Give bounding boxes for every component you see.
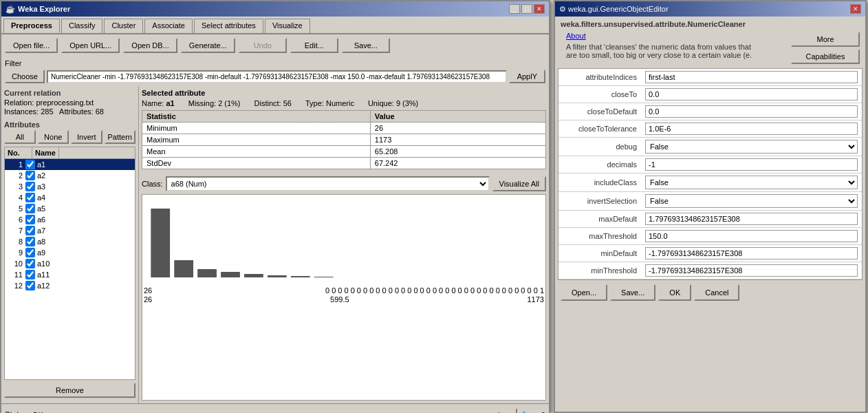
save-button[interactable]: Save... <box>342 38 390 53</box>
attr-unique-label: Unique: 9 (3%) <box>368 99 418 107</box>
param-label: maxThreshold <box>558 228 641 245</box>
editor-close-button[interactable]: ✕ <box>850 4 861 14</box>
visualize-all-button[interactable]: Visualize All <box>492 176 547 191</box>
log-count: x 0 <box>535 411 545 414</box>
attr-list-item[interactable]: 9 a9 <box>5 247 135 258</box>
param-input[interactable] <box>645 88 858 100</box>
svg-rect-1 <box>174 260 193 277</box>
attr-list-item[interactable]: 4 a4 <box>5 192 135 203</box>
param-input[interactable] <box>645 247 858 260</box>
param-input[interactable] <box>645 213 858 225</box>
chart-labels: 26 0 0 0 0 0 0 0 0 0 0 0 0 0 0 0 0 0 0 0… <box>142 286 545 295</box>
pattern-button[interactable]: Pattern <box>105 130 136 144</box>
remove-button[interactable]: Remove <box>4 383 135 398</box>
param-select[interactable]: FalseTrue <box>645 176 858 189</box>
param-input[interactable] <box>645 264 858 277</box>
tab-associate[interactable]: Associate <box>144 19 193 33</box>
attr-list-item[interactable]: 10 a10 <box>5 258 135 269</box>
param-value-cell <box>641 156 862 173</box>
param-input[interactable] <box>645 105 858 118</box>
open-db-button[interactable]: Open DB... <box>123 38 177 53</box>
maximize-button[interactable]: □ <box>521 4 532 14</box>
param-value-cell <box>641 120 862 138</box>
status-value: OK <box>32 411 43 414</box>
tab-preprocess[interactable]: Preprocess <box>3 19 60 33</box>
undo-button[interactable]: Undo <box>239 38 287 53</box>
save-params-button[interactable]: Save... <box>610 284 655 301</box>
param-input[interactable] <box>645 158 858 171</box>
attr-list-item[interactable]: 6 a6 <box>5 214 135 225</box>
open-url-button[interactable]: Open URL... <box>61 38 120 53</box>
attr-list-item[interactable]: 8 a8 <box>5 236 135 247</box>
generate-button[interactable]: Generate... <box>181 38 235 53</box>
editor-about-desc: About A filter that 'cleanses' the numer… <box>561 32 767 62</box>
open-file-button[interactable]: Open file... <box>5 38 58 53</box>
stat-row-maximum: Maximum1173 <box>142 134 546 146</box>
cancel-button[interactable]: Cancel <box>694 284 739 301</box>
selected-attr-section: Selected attribute Name: a1 Missing: 2 (… <box>142 89 546 172</box>
right-panel: Selected attribute Name: a1 Missing: 2 (… <box>139 86 549 403</box>
param-input[interactable] <box>645 71 858 83</box>
selected-attr-title: Selected attribute <box>142 89 546 97</box>
apply-button[interactable]: ApplY <box>509 70 545 83</box>
attr-list-item[interactable]: 5 a5 <box>5 203 135 214</box>
edit-button[interactable]: Edit... <box>290 38 338 53</box>
close-button[interactable]: ✕ <box>534 4 545 14</box>
more-button[interactable]: More <box>791 32 860 47</box>
none-button[interactable]: None <box>38 130 69 144</box>
tab-cluster[interactable]: Cluster <box>104 19 143 33</box>
attr-list-item[interactable]: 2 a2 <box>5 170 135 181</box>
param-select[interactable]: FalseTrue <box>645 140 858 153</box>
attr-list-item[interactable]: 11 a11 <box>5 269 135 280</box>
main-window: ☕ Weka Explorer _ □ ✕ Preprocess Classif… <box>0 0 550 413</box>
param-label: debug <box>558 138 641 156</box>
svg-rect-7 <box>314 277 334 277</box>
param-value-cell <box>641 228 862 245</box>
attr-list[interactable]: 1 a12 a23 a34 a45 a56 a67 a78 a89 a910 a… <box>4 158 135 380</box>
invert-button[interactable]: Invert <box>71 130 102 144</box>
attr-list-item[interactable]: 7 a7 <box>5 225 135 236</box>
param-value-cell <box>641 211 862 228</box>
param-select[interactable]: FalseTrue <box>645 194 858 208</box>
attr-distinct-label: Distinct: 56 <box>254 99 292 107</box>
title-bar-buttons: _ □ ✕ <box>509 4 545 14</box>
attr-list-item[interactable]: 12 a12 <box>5 280 135 291</box>
svg-rect-2 <box>197 269 217 277</box>
param-label: decimals <box>558 156 641 173</box>
about-link[interactable]: About <box>561 30 592 41</box>
param-value-cell <box>641 69 862 86</box>
param-value-cell <box>641 262 862 279</box>
log-button[interactable]: Log <box>491 408 517 414</box>
histogram-chart <box>142 195 545 284</box>
param-input[interactable] <box>645 230 858 242</box>
attributes-title: Attributes <box>4 120 135 129</box>
class-select[interactable]: a68 (Num) <box>166 176 490 191</box>
chart-min-label: 26 <box>144 286 152 295</box>
relation-info: Relation: preprocessing.txt Instances: 2… <box>4 98 135 116</box>
main-title-bar: ☕ Weka Explorer _ □ ✕ <box>1 1 549 17</box>
param-input[interactable] <box>645 123 858 135</box>
main-toolbar: Open file... Open URL... Open DB... Gene… <box>1 34 549 56</box>
editor-icon: ⚙ <box>559 5 566 13</box>
attr-name-label: Name: a1 <box>142 99 175 107</box>
param-row: maxThreshold <box>558 228 862 245</box>
attr-list-item[interactable]: 3 a3 <box>5 181 135 192</box>
tab-visualize[interactable]: Visualize <box>265 19 310 33</box>
filter-label: Filter <box>5 59 545 67</box>
tab-classify[interactable]: Classify <box>61 19 103 33</box>
tab-select-attributes[interactable]: Select attributes <box>194 19 263 33</box>
all-button[interactable]: All <box>4 130 36 144</box>
instances-info: Instances: 285 Attributes: 68 <box>4 107 135 116</box>
editor-title-bar: ⚙ weka.gui.GenericObjectEditor ✕ <box>555 1 865 17</box>
param-label: closeTo <box>558 86 641 103</box>
choose-button[interactable]: Choose <box>5 70 45 83</box>
ok-button[interactable]: OK <box>658 284 691 301</box>
param-label: maxDefault <box>558 211 641 228</box>
minimize-button[interactable]: _ <box>509 4 520 14</box>
capabilities-button[interactable]: Capabilities <box>791 49 860 64</box>
attr-list-item[interactable]: 1 a1 <box>5 159 135 170</box>
svg-rect-6 <box>291 276 310 277</box>
open-button[interactable]: Open... <box>561 284 607 301</box>
class-row: Class: a68 (Num) Visualize All <box>142 176 546 191</box>
filter-section: Filter Choose NumericCleaner -min -1.797… <box>1 56 549 86</box>
